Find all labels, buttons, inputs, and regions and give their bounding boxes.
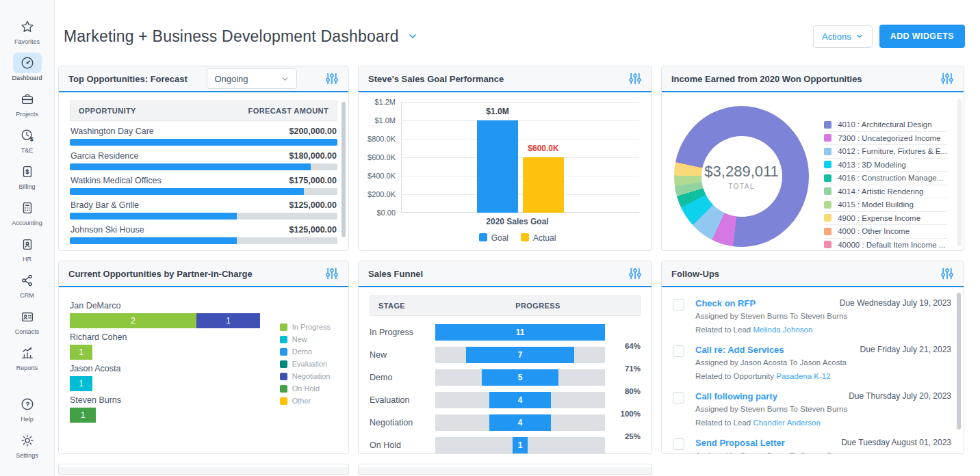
task-assigned: Assigned by Jason Acosta To Jason Acosta xyxy=(695,358,951,369)
add-widgets-button[interactable]: ADD WIDGETS xyxy=(879,25,965,48)
sidebar: Favorites Dashboard Projects $ T&E $ Bil… xyxy=(0,0,55,476)
sidebar-item-tae[interactable]: $ T&E xyxy=(1,125,53,154)
goal-bar: $1.0M xyxy=(477,120,518,213)
task-related-link[interactable]: Pasadena K-12 xyxy=(776,372,830,380)
task-title-link[interactable]: Send Proposal Letter xyxy=(695,438,785,448)
widget-settings-sliders-icon[interactable] xyxy=(325,72,339,85)
widget-header: Sales Funnel xyxy=(359,261,652,287)
task-title-link[interactable]: Check on RFP xyxy=(695,298,756,308)
widget-header: Top Opportunities: Forecast Ongoing xyxy=(59,66,348,92)
legend-item: On Hold xyxy=(280,384,331,393)
sidebar-item-help[interactable]: ? Help xyxy=(1,394,53,423)
legend-item: Evaluation xyxy=(280,360,331,368)
widget-settings-sliders-icon[interactable] xyxy=(325,267,339,280)
task-checkbox[interactable] xyxy=(673,345,684,357)
bar-chart: $1.2M $1.0M $800.0K $600.0K $400.0K $200… xyxy=(359,92,652,243)
progress-bar xyxy=(70,237,237,244)
sidebar-item-favorites[interactable]: Favorites xyxy=(1,16,53,45)
table-row: Johnson Ski House$125,000.00 xyxy=(70,225,337,244)
clock-dollar-icon: $ xyxy=(13,125,42,146)
scrollbar-track[interactable] xyxy=(957,99,962,246)
ongoing-select[interactable]: Ongoing xyxy=(207,68,297,89)
list-item: Send Proposal LetterDue Tuesday August 0… xyxy=(662,429,964,454)
task-due-date: Due Friday July 21, 2023 xyxy=(860,345,951,355)
funnel-chart: STAGE PROGRESS In Progress11 New7 Demo5 … xyxy=(359,287,652,453)
sidebar-item-settings[interactable]: Settings xyxy=(1,430,53,459)
task-due-date: Due Tuesday August 01, 2023 xyxy=(841,438,951,448)
conversion-pct: 80% xyxy=(625,387,641,395)
list-item: Check on RFPDue Wednesday July 19, 2023 … xyxy=(662,290,964,336)
legend-item: 4010 : Architectural Design xyxy=(824,118,947,132)
sidebar-item-crm[interactable]: CRM xyxy=(1,270,53,299)
widget-title: Follow-Ups xyxy=(671,269,719,279)
legend-item: 40000 : Default Item Income ... xyxy=(824,239,947,252)
invoice-icon: $ xyxy=(13,161,42,182)
progress-bar xyxy=(70,163,311,170)
task-checkbox[interactable] xyxy=(673,392,684,404)
legend-item: Other xyxy=(280,397,331,405)
task-checkbox[interactable] xyxy=(673,299,684,310)
legend-item: 4012 : Furniture, Fixtures & E... xyxy=(824,145,947,159)
bar-segment: 1 xyxy=(70,408,96,423)
table-row: Garcia Residence$180,000.00 xyxy=(70,151,337,170)
widget-settings-sliders-icon[interactable] xyxy=(628,72,642,85)
widget-title: Sales Funnel xyxy=(368,269,423,279)
widget-income: Income Earned from 2020 Won Opportunitie… xyxy=(661,66,964,251)
task-related-link[interactable]: Chandler Anderson xyxy=(753,419,820,427)
task-checkbox[interactable] xyxy=(673,438,684,450)
task-assigned: Assigned by Steven Burns To Steven Burns xyxy=(695,311,951,322)
table-header: STAGE PROGRESS xyxy=(370,295,641,316)
widget-title: Top Opportunities: Forecast xyxy=(68,74,188,84)
col-stage: STAGE xyxy=(378,302,444,310)
widget-header: Follow-Ups xyxy=(662,261,964,287)
task-related-link[interactable]: Melinda Johnson xyxy=(753,326,812,334)
sidebar-item-hr[interactable]: HR xyxy=(1,234,53,263)
widget-settings-sliders-icon[interactable] xyxy=(940,72,954,85)
dashboard-switcher-chevron-icon[interactable] xyxy=(407,31,418,42)
progress-bar xyxy=(70,139,337,146)
sidebar-item-projects[interactable]: Projects xyxy=(1,89,53,118)
task-title-link[interactable]: Call re: Add Services xyxy=(695,345,784,355)
plot-area: $1.0M $600.0K xyxy=(401,102,639,213)
legend-item: 4014 : Artistic Rendering xyxy=(824,185,947,199)
legend-actual: Actual xyxy=(521,233,556,243)
sidebar-item-accounting[interactable]: Accounting xyxy=(1,198,53,226)
share-nodes-icon xyxy=(13,270,42,291)
col-forecast-amount: FORECAST AMOUNT xyxy=(248,107,328,115)
sidebar-item-billing[interactable]: $ Billing xyxy=(1,161,53,190)
task-title-link[interactable]: Call following party xyxy=(695,391,777,401)
widget-settings-sliders-icon[interactable] xyxy=(940,267,954,280)
chart-legend: Goal Actual xyxy=(396,233,639,243)
funnel-row: Demo5 xyxy=(370,369,605,386)
sidebar-item-dashboard[interactable]: Dashboard xyxy=(1,53,53,81)
task-assigned: Assigned by Steven Burns To Steven Burns xyxy=(695,404,951,415)
scrollbar-thumb[interactable] xyxy=(341,102,346,237)
funnel-row: Negotiation4 xyxy=(370,414,605,431)
conversion-pct: 64% xyxy=(625,342,641,350)
progress-track xyxy=(70,237,337,244)
legend-item: 4016 : Construction Manage... xyxy=(824,172,947,185)
goal-bar-value: $1.0M xyxy=(477,107,518,116)
widget-title: Income Earned from 2020 Won Opportunitie… xyxy=(671,74,862,84)
col-opportunity: OPPORTUNITY xyxy=(79,107,136,115)
legend-item: 4015 : Model Building xyxy=(824,198,947,212)
widget-title: Current Opportunities by Partner-in-Char… xyxy=(68,269,253,279)
legend-item: In Progress xyxy=(280,323,331,331)
x-axis-label: 2020 Sales Goal xyxy=(396,217,639,226)
legend-item: Demo xyxy=(280,347,331,356)
sidebar-item-reports[interactable]: Reports xyxy=(1,343,53,371)
widget-header: Steve's Sales Goal Performance xyxy=(359,66,652,92)
task-due-date: Due Thursday July 20, 2023 xyxy=(849,391,951,401)
chart-legend: In Progress New Demo Evaluation Negotiat… xyxy=(280,323,331,405)
opportunities-list: OPPORTUNITY FORECAST AMOUNT Washington D… xyxy=(59,92,348,244)
stacked-bar-chart: Jan DeMarco 21 Richard Cohen 1 Jason Aco… xyxy=(59,287,348,423)
funnel-row: On Hold1 xyxy=(370,437,605,453)
widget-settings-sliders-icon[interactable] xyxy=(628,267,642,280)
followups-list: Check on RFPDue Wednesday July 19, 2023 … xyxy=(662,287,964,454)
app-root: Favorites Dashboard Projects $ T&E $ Bil… xyxy=(0,0,980,476)
widget-header: Income Earned from 2020 Won Opportunitie… xyxy=(662,66,964,92)
actions-button[interactable]: Actions xyxy=(813,25,873,48)
sidebar-item-contacts[interactable]: Contacts xyxy=(1,306,53,335)
scrollbar-thumb[interactable] xyxy=(957,293,961,429)
main-content: Marketing + Business Development Dashboa… xyxy=(55,0,980,476)
